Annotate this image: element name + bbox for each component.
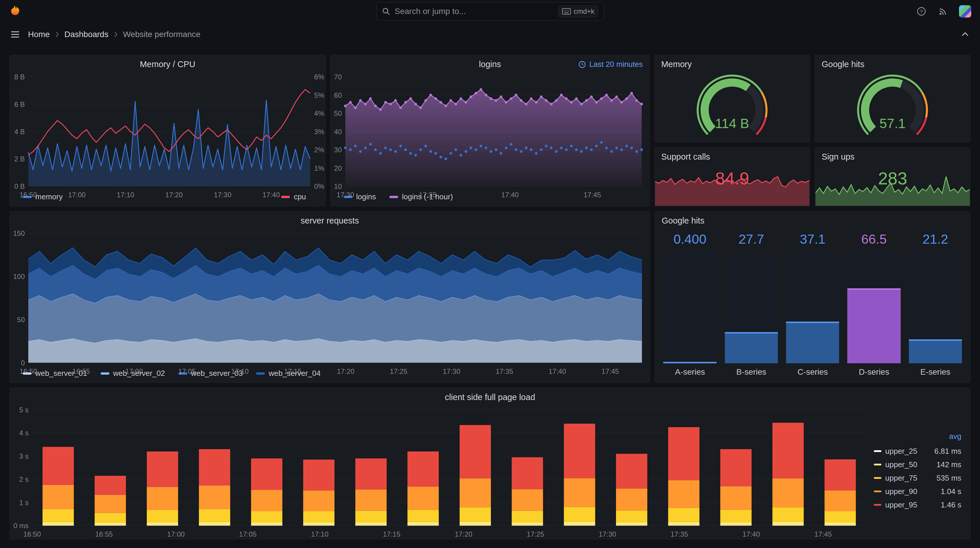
search-bar[interactable]: cmd+k bbox=[376, 2, 604, 21]
svg-text:50: 50 bbox=[334, 110, 342, 117]
legend-label: upper_75 bbox=[885, 473, 933, 483]
bar-gauge-label: C-series bbox=[786, 363, 839, 378]
svg-text:3%: 3% bbox=[314, 128, 325, 136]
panel-logins: logins Last 20 minutes 1020304050607017:… bbox=[331, 55, 649, 206]
nav-actions: ? bbox=[916, 5, 971, 18]
keyboard-icon bbox=[562, 8, 571, 14]
svg-text:0: 0 bbox=[21, 359, 25, 367]
memory-cpu-chart[interactable]: 0 B2 B4 B6 B8 B0%1%2%3%4%5%6%16:5017:001… bbox=[10, 72, 325, 191]
legend-row[interactable]: upper_951.46 s bbox=[874, 498, 961, 511]
svg-text:150: 150 bbox=[13, 229, 25, 237]
svg-text:17:40: 17:40 bbox=[742, 530, 760, 538]
svg-text:17:25: 17:25 bbox=[527, 530, 544, 538]
legend-avg-value: 6.81 ms bbox=[934, 447, 962, 456]
legend-row[interactable]: upper_50142 ms bbox=[874, 458, 961, 471]
svg-text:4 B: 4 B bbox=[14, 128, 25, 136]
panel-title[interactable]: Sign ups bbox=[815, 148, 970, 164]
svg-text:17:30: 17:30 bbox=[337, 191, 354, 199]
rss-icon[interactable] bbox=[937, 6, 948, 17]
chevron-right-icon bbox=[114, 31, 118, 38]
panel-header: logins Last 20 minutes bbox=[331, 55, 649, 72]
menu-icon[interactable] bbox=[10, 29, 21, 40]
svg-text:17:15: 17:15 bbox=[284, 367, 302, 375]
bar-gauge-track bbox=[725, 251, 778, 363]
client-page-load-chart[interactable]: 0 ms1 s2 s3 s4 s5 s16:5016:5517:0017:051… bbox=[10, 405, 874, 539]
chevron-right-icon bbox=[55, 31, 59, 38]
svg-text:16:50: 16:50 bbox=[23, 530, 41, 538]
svg-text:17:25: 17:25 bbox=[390, 367, 407, 375]
panel-title[interactable]: Google hits bbox=[815, 55, 970, 72]
search-input[interactable] bbox=[395, 7, 554, 16]
legend-row[interactable]: upper_75535 ms bbox=[874, 471, 961, 485]
svg-text:17:00: 17:00 bbox=[167, 530, 185, 538]
panel-title[interactable]: Google hits bbox=[655, 212, 970, 228]
legend-label: upper_95 bbox=[885, 500, 937, 510]
bar-gauge-label: E-series bbox=[909, 363, 962, 378]
svg-text:17:10: 17:10 bbox=[231, 367, 248, 375]
panel-title[interactable]: client side full page load bbox=[10, 388, 970, 405]
shortcut-chip: cmd+k bbox=[558, 6, 598, 17]
bar-gauge-column[interactable]: 0.400A-series bbox=[663, 230, 716, 378]
bar-gauge-column[interactable]: 66.5D-series bbox=[847, 230, 900, 378]
svg-text:30: 30 bbox=[334, 146, 342, 154]
svg-text:17:35: 17:35 bbox=[419, 191, 436, 199]
svg-text:17:35: 17:35 bbox=[671, 530, 688, 538]
svg-text:60: 60 bbox=[334, 91, 342, 99]
panel-body: 0 ms1 s2 s3 s4 s5 s16:5016:5517:0017:051… bbox=[10, 405, 970, 539]
svg-text:50: 50 bbox=[17, 316, 25, 323]
svg-text:17:05: 17:05 bbox=[239, 530, 257, 538]
chevron-up-icon[interactable] bbox=[960, 29, 970, 40]
bar-gauge-column[interactable]: 27.7B-series bbox=[725, 230, 778, 378]
panel-title[interactable]: server requests bbox=[10, 212, 649, 228]
legend-row[interactable]: upper_901.04 s bbox=[874, 485, 961, 498]
panel-title[interactable]: Memory / CPU bbox=[10, 55, 325, 72]
bar-gauge-value: 21.2 bbox=[909, 230, 962, 249]
svg-text:100: 100 bbox=[13, 272, 25, 280]
bar-gauge-column[interactable]: 21.2E-series bbox=[909, 230, 962, 378]
user-avatar[interactable] bbox=[959, 5, 971, 18]
svg-text:17:30: 17:30 bbox=[214, 191, 231, 199]
memory-gauge: 114 B bbox=[655, 72, 810, 142]
panel-client-page-load: client side full page load 0 ms1 s2 s3 s… bbox=[10, 388, 970, 539]
breadcrumb-dashboards[interactable]: Dashboards bbox=[64, 30, 108, 39]
svg-text:16:55: 16:55 bbox=[72, 367, 90, 375]
breadcrumb-home[interactable]: Home bbox=[28, 30, 50, 39]
svg-text:10: 10 bbox=[334, 182, 342, 190]
panel-title[interactable]: Support calls bbox=[655, 148, 810, 164]
legend-label: upper_50 bbox=[885, 460, 933, 469]
legend-label: upper_25 bbox=[885, 447, 931, 456]
panel-server-requests: server requests 05010015016:5016:5517:00… bbox=[10, 211, 650, 383]
svg-text:6 B: 6 B bbox=[14, 100, 25, 108]
legend-label: upper_90 bbox=[885, 487, 937, 496]
svg-text:17:05: 17:05 bbox=[178, 367, 196, 375]
server-requests-chart[interactable]: 05010015016:5016:5517:0017:0517:1017:151… bbox=[10, 228, 649, 367]
grafana-app: cmd+k ? Home Dashboards Websi bbox=[0, 0, 980, 548]
bar-gauge-value: 37.1 bbox=[786, 230, 839, 249]
grafana-logo-icon[interactable] bbox=[9, 5, 22, 18]
svg-text:17:10: 17:10 bbox=[117, 191, 134, 199]
bar-gauge-column[interactable]: 37.1C-series bbox=[786, 230, 839, 378]
logins-chart[interactable]: 1020304050607017:3017:3517:4017:45 bbox=[331, 72, 649, 191]
svg-text:2 s: 2 s bbox=[19, 475, 29, 483]
bar-gauge-track bbox=[847, 251, 900, 363]
legend-swatch bbox=[874, 504, 881, 506]
svg-text:40: 40 bbox=[334, 128, 342, 136]
bar-gauge-fill bbox=[663, 362, 716, 363]
panel-support-calls: Support calls 84.9 bbox=[654, 147, 810, 206]
breadcrumb-bar: Home Dashboards Website performance bbox=[0, 23, 980, 46]
svg-text:17:15: 17:15 bbox=[383, 530, 401, 538]
legend-row[interactable]: upper_256.81 ms bbox=[874, 444, 961, 458]
svg-text:1 s: 1 s bbox=[19, 499, 29, 507]
breadcrumb: Home Dashboards Website performance bbox=[28, 30, 200, 39]
help-icon[interactable]: ? bbox=[916, 6, 927, 17]
legend-avg-value: 535 ms bbox=[937, 473, 961, 483]
stat-value: 84.9 bbox=[655, 170, 810, 187]
panel-google-hits-gauge: Google hits 57.1 bbox=[815, 55, 970, 142]
svg-text:17:30: 17:30 bbox=[443, 367, 460, 375]
panel-title[interactable]: Memory bbox=[655, 55, 810, 72]
svg-text:20: 20 bbox=[334, 164, 342, 172]
svg-text:17:20: 17:20 bbox=[165, 191, 183, 199]
svg-text:8 B: 8 B bbox=[14, 73, 25, 81]
top-nav: cmd+k ? bbox=[0, 0, 980, 23]
time-range-link[interactable]: Last 20 minutes bbox=[578, 60, 643, 69]
